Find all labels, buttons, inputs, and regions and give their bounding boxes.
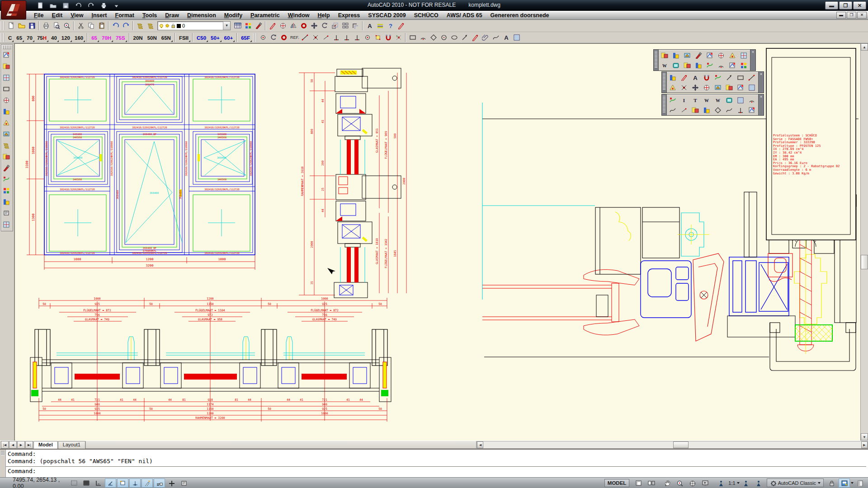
scroll-down-icon[interactable]: ▼	[861, 433, 868, 441]
dim-tool-icon[interactable]	[735, 95, 746, 105]
edit-tool-icon[interactable]	[679, 72, 690, 82]
menu-format[interactable]: Format	[111, 11, 138, 19]
osnap-insert-icon[interactable]	[373, 33, 383, 43]
text-icon[interactable]	[364, 21, 375, 31]
trim-icon[interactable]	[350, 21, 361, 31]
rotate-icon[interactable]	[319, 21, 330, 31]
schuco-tool-icon[interactable]	[693, 50, 704, 60]
schuco-tool-icon[interactable]	[704, 50, 716, 60]
copy-object-icon[interactable]	[278, 21, 288, 31]
qp-toggle[interactable]	[178, 479, 189, 488]
edit-tool-icon[interactable]	[735, 72, 746, 82]
edit-tool-icon[interactable]	[724, 72, 735, 82]
menu-schuco[interactable]: SCHÜCO	[410, 11, 443, 19]
menu-file[interactable]: File	[30, 11, 48, 19]
plot-preview-icon[interactable]	[51, 21, 61, 31]
palette-wizard-icon[interactable]	[1, 61, 13, 73]
redline-icon[interactable]	[396, 21, 406, 31]
paste-icon[interactable]	[96, 21, 107, 31]
close-button[interactable]: ✕	[853, 1, 866, 9]
edit-tool-icon[interactable]	[746, 82, 758, 92]
draw-clip-icon[interactable]	[480, 33, 491, 43]
edit-tool-icon[interactable]	[724, 82, 735, 92]
schuco-tool-icon[interactable]	[659, 50, 670, 60]
mdi-restore-button[interactable]: ❐	[847, 12, 856, 19]
quickview-icon[interactable]	[646, 479, 657, 488]
osnap-tangent-icon[interactable]	[341, 33, 352, 43]
dim-tool-icon[interactable]	[679, 95, 690, 105]
toolbar-close-icon[interactable]: x	[758, 94, 764, 115]
scroll-left-icon[interactable]: ◀	[477, 441, 483, 448]
schuco-tool-icon[interactable]	[670, 50, 682, 60]
dyn-toggle[interactable]	[154, 479, 165, 488]
palette-rotate-icon[interactable]	[1, 95, 13, 107]
find-icon[interactable]	[61, 21, 72, 31]
tab-next-icon[interactable]: ▶	[17, 441, 25, 449]
menu-tools[interactable]: Tools	[138, 11, 161, 19]
menu-edit[interactable]: Edit	[48, 11, 67, 19]
osnap-toggle[interactable]	[117, 479, 128, 488]
osnap-line-icon[interactable]	[300, 33, 310, 43]
offset-icon[interactable]	[298, 21, 309, 31]
schuco-tool-icon[interactable]	[682, 60, 693, 70]
toolbar-close-icon[interactable]: x	[758, 72, 764, 93]
dim-tool-icon[interactable]	[724, 95, 735, 105]
profile-button-c[interactable]: C	[6, 33, 14, 42]
toolbar-close-icon[interactable]: x	[750, 50, 755, 70]
open-icon[interactable]	[16, 21, 27, 31]
menu-insert[interactable]: Insert	[87, 11, 111, 19]
annotation-auto-icon[interactable]	[753, 479, 764, 488]
profile-button-160[interactable]: 160	[73, 33, 85, 42]
schuco-tool-icon[interactable]	[727, 60, 738, 70]
erase-icon[interactable]	[267, 21, 278, 31]
edit-tool-icon[interactable]	[735, 82, 746, 92]
layer-properties-icon[interactable]	[232, 21, 243, 31]
command-prompt[interactable]: Command:	[8, 468, 866, 475]
draw-circle-icon[interactable]	[439, 33, 449, 43]
palette-layers-icon[interactable]	[1, 141, 13, 152]
tab-model[interactable]: Model	[33, 441, 58, 449]
profile-button-75s[interactable]: 75S	[114, 33, 127, 42]
move-icon[interactable]	[309, 21, 319, 31]
edit-tool-icon[interactable]	[667, 82, 679, 92]
layer-combo[interactable]: 0 ▼	[157, 21, 231, 30]
palette-diagram-icon[interactable]	[1, 50, 13, 61]
profile-button-20n[interactable]: 20N	[132, 33, 145, 42]
osnap-node-icon[interactable]	[352, 33, 362, 43]
profile-button-fsii[interactable]: FSII	[177, 33, 190, 42]
schuco-tool-icon[interactable]	[682, 50, 693, 60]
ortho-toggle[interactable]	[93, 479, 104, 488]
schuco-tool-icon[interactable]	[670, 60, 682, 70]
menu-view[interactable]: View	[66, 11, 87, 19]
showmotion-icon[interactable]	[699, 479, 711, 488]
snap-toggle[interactable]	[68, 479, 80, 488]
grid-toggle[interactable]	[80, 479, 92, 488]
draw-spline-icon[interactable]	[491, 33, 501, 43]
draw-pencil-icon[interactable]	[470, 33, 480, 43]
new-icon[interactable]	[6, 21, 16, 31]
draw-leader-icon[interactable]	[459, 33, 470, 43]
menu-syscad[interactable]: SYSCAD 2009	[364, 11, 410, 19]
dim-tool-icon[interactable]	[724, 105, 735, 115]
edit-tool-icon[interactable]	[701, 72, 712, 82]
mirror-icon[interactable]	[288, 21, 298, 31]
profile-button-50p[interactable]: 50+	[209, 33, 222, 42]
palette-ruler-icon[interactable]	[1, 163, 13, 174]
draw-polygon-icon[interactable]	[428, 33, 439, 43]
autocad-logo[interactable]	[1, 0, 26, 19]
dim-tool-icon[interactable]	[679, 105, 690, 115]
save-icon[interactable]	[27, 21, 37, 31]
annotation-scale-icon[interactable]	[715, 479, 726, 488]
profile-button-65n[interactable]: 65N	[160, 33, 173, 42]
object-color-icon[interactable]	[243, 21, 253, 31]
menu-draw[interactable]: Draw	[161, 11, 183, 19]
snap-endpoint-icon[interactable]	[269, 33, 279, 43]
menu-aws-ads[interactable]: AWS/ ADS 65	[443, 11, 486, 19]
cut-icon[interactable]	[75, 21, 86, 31]
palette-people-icon[interactable]	[1, 174, 13, 186]
profile-button-75h[interactable]: 75H	[35, 33, 48, 42]
palette-paint-icon[interactable]	[1, 107, 13, 118]
mdi-close-button[interactable]: ✕	[857, 12, 867, 19]
clean-screen-icon[interactable]	[854, 479, 866, 488]
dim-tool-icon[interactable]	[712, 105, 724, 115]
